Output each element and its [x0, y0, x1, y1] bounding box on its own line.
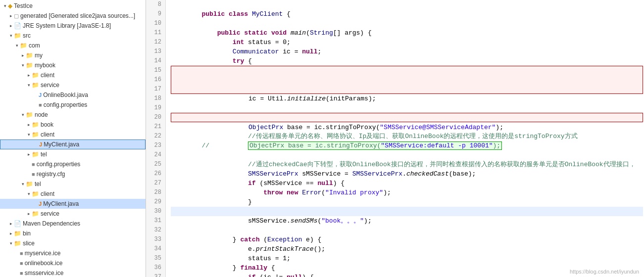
sidebar-item-label: my [35, 52, 43, 59]
sidebar-item-label: client [41, 72, 54, 79]
sidebar-item-label: bin [23, 230, 31, 237]
expand-icon [26, 152, 32, 157]
folder-icon: 📁 [32, 151, 39, 158]
expand-icon [20, 112, 26, 117]
sidebar-item-myclient-highlighted[interactable]: J MyClient.java [0, 139, 146, 149]
sidebar-item-myservice-ice[interactable]: ■ myservice.ice [0, 248, 146, 258]
code-line [171, 9, 643, 19]
sidebar-item-node[interactable]: 📁 node [0, 110, 146, 120]
sidebar-item-node-book[interactable]: 📁 book [0, 120, 146, 130]
code-line: throw new Error("Invalid proxy"); [171, 179, 643, 188]
code-line: if (sMSService == null) { [171, 169, 643, 179]
sidebar-item-myclient2[interactable]: J MyClient.java [0, 199, 146, 209]
sidebar-item-node-tel[interactable]: 📁 tel [0, 149, 146, 159]
file-tree[interactable]: ◆ TestIce ▢ generated [Generated slice2j… [0, 0, 146, 277]
folder-icon: 📁 [26, 62, 33, 69]
folder-icon: 📁 [32, 72, 39, 79]
folder-icon: 📁 [26, 52, 33, 59]
folder-icon: 📁 [32, 190, 39, 197]
sidebar-item-generated[interactable]: ▢ generated [Generated slice2java source… [0, 11, 146, 21]
sidebar-item-com[interactable]: 📁 com [0, 41, 146, 50]
sidebar-item-label: smsservice.ice [25, 270, 64, 277]
code-line: try { [171, 47, 643, 56]
code-content[interactable]: public class MyClient { public static vo… [166, 0, 644, 277]
sidebar-item-label: service [41, 82, 59, 89]
code-line: ic = Util.initialize(initParams); [171, 85, 643, 94]
sidebar-item-label: client [41, 131, 54, 138]
sidebar-item-label: registry.cfg [37, 171, 65, 178]
expand-icon [2, 3, 8, 8]
sidebar-item-label: mybook [35, 62, 55, 69]
sidebar-item-label: JRE System Library [JavaSE-1.8] [23, 22, 111, 29]
folder-icon: 📁 [32, 121, 39, 128]
props-icon: ■ [39, 102, 42, 108]
maven-icon: 📄 [14, 220, 21, 227]
expand-icon [8, 13, 14, 18]
expand-icon [26, 73, 32, 78]
code-line: //从Registry读取服务接口信息 [171, 103, 643, 113]
code-line: } catch (Exception e) { [171, 226, 643, 235]
sidebar-item-bin[interactable]: 📁 bin [0, 229, 146, 238]
code-line: } [171, 188, 643, 197]
sidebar-item-label: tel [35, 181, 41, 187]
sidebar-item-jre[interactable]: 📄 JRE System Library [JavaSE-1.8] [0, 21, 146, 31]
sidebar-item-mybook[interactable]: 📁 mybook [0, 60, 146, 70]
sidebar-item-smsservice-ice[interactable]: ■ smsservice.ice [0, 268, 146, 277]
sidebar-item-label: myservice.ice [25, 250, 61, 257]
sidebar-item-src[interactable]: 📁 src [0, 31, 146, 41]
folder-icon: 📁 [26, 111, 33, 118]
ice-icon: ■ [20, 260, 23, 266]
sidebar-item-slice[interactable]: 📁 slice [0, 238, 146, 248]
code-line: //调用服务方法 [171, 197, 643, 207]
sidebar-item-label: onlinebook.ice [25, 260, 63, 267]
project-icon: ◆ [8, 2, 12, 9]
code-line: Communicator ic = null; [171, 38, 643, 47]
sidebar-item-mybook-service[interactable]: 📁 service [0, 80, 146, 90]
sidebar-item-label: MyClient.java [43, 200, 79, 207]
folder-icon: 📁 [14, 32, 21, 39]
folder-icon: 📁 [26, 181, 33, 187]
sidebar-item-testice[interactable]: ◆ TestIce [0, 1, 146, 11]
code-line: SMSServicePrx sMSService = SMSServicePrx… [171, 160, 643, 169]
line-numbers: 8 9 10 11 12 13 14 15 16 17 18 19 20 21 … [146, 0, 166, 277]
sidebar-item-label: Maven Dependencies [23, 220, 80, 227]
sidebar-item-onlinebook-ice[interactable]: ■ onlinebook.ice [0, 258, 146, 268]
sidebar-item-onlinebooki[interactable]: J OnlineBookI.java [0, 90, 146, 100]
sidebar-item-tel[interactable]: 📁 tel [0, 179, 146, 189]
code-line [171, 94, 643, 103]
expand-icon [8, 231, 14, 236]
code-line: // ObjectPrx base = ic.stringToProxy("SM… [171, 132, 643, 141]
sidebar-item-tel-service[interactable]: 📁 service [0, 209, 146, 219]
expand-icon [26, 211, 32, 216]
sidebar-item-label: tel [41, 151, 47, 158]
sidebar-item-config[interactable]: ■ config.properties [0, 100, 146, 110]
sidebar-item-node-client[interactable]: 📁 client [0, 130, 146, 139]
sidebar-item-maven[interactable]: 📄 Maven Dependencies [0, 219, 146, 229]
sidebar-item-node-config[interactable]: ■ config.properties [0, 159, 146, 169]
expand-icon [20, 63, 26, 68]
java-icon: J [39, 92, 42, 98]
code-line: //使用Registry初始化ic [171, 66, 643, 75]
sidebar-item-label: node [35, 111, 48, 118]
sidebar-item-label: MyClient.java [44, 141, 79, 148]
sidebar-item-tel-client[interactable]: 📁 client [0, 189, 146, 199]
code-line: ObjectPrx base = ic.stringToProxy("SMSSe… [171, 113, 643, 122]
folder-icon: 📁 [32, 210, 39, 217]
sidebar-item-label: book [41, 121, 53, 128]
sidebar-item-label: service [41, 210, 59, 217]
code-line: //传远程服务单元的名称、网络协议、Ip及端口、获取OnlineBook的远程代… [171, 122, 643, 132]
sidebar-item-my[interactable]: 📁 my [0, 50, 146, 60]
sidebar-item-registry[interactable]: ■ registry.cfg [0, 169, 146, 179]
sidebar-item-mybook-client[interactable]: 📁 client [0, 70, 146, 80]
sidebar-item-label: generated [Generated slice2java sources.… [20, 12, 135, 19]
expand-icon [26, 191, 32, 196]
code-editor: 8 9 10 11 12 13 14 15 16 17 18 19 20 21 … [146, 0, 644, 277]
jre-icon: 📄 [14, 22, 21, 29]
sidebar-item-label: config.properties [44, 101, 88, 108]
sidebar-item-label: client [41, 190, 54, 197]
generated-icon: ▢ [14, 13, 19, 19]
expand-icon [8, 241, 14, 246]
code-line: status = 1; [171, 244, 643, 254]
java-icon: J [39, 141, 42, 147]
folder-icon: 📁 [14, 240, 21, 247]
